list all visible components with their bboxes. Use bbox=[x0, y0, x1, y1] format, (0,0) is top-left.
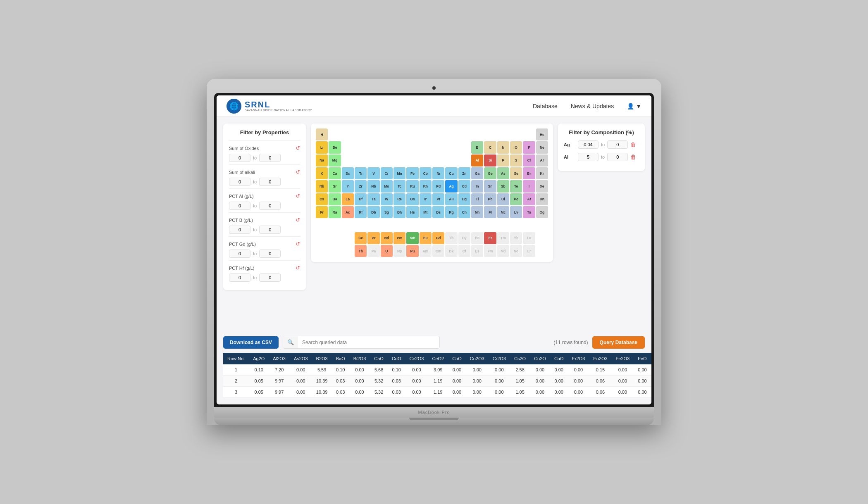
element-Yb[interactable]: Yb bbox=[510, 232, 522, 244]
element-Th[interactable]: Th bbox=[355, 245, 367, 257]
element-Zr[interactable]: Zr bbox=[355, 180, 367, 192]
element-No[interactable]: No bbox=[510, 245, 522, 257]
element-Fl[interactable]: Fl bbox=[484, 206, 496, 218]
element-Rg[interactable]: Rg bbox=[445, 206, 457, 218]
filter-reset-2[interactable]: ↺ bbox=[296, 193, 300, 199]
filter-from-5[interactable] bbox=[229, 273, 250, 282]
element-Rf[interactable]: Rf bbox=[355, 206, 367, 218]
element-V[interactable]: V bbox=[367, 167, 379, 179]
comp-from-0[interactable] bbox=[578, 140, 599, 149]
element-Mg[interactable]: Mg bbox=[329, 155, 341, 166]
element-Rb[interactable]: Rb bbox=[316, 180, 328, 192]
element-Br[interactable]: Br bbox=[523, 167, 535, 179]
element-Lv[interactable]: Lv bbox=[510, 206, 522, 218]
element-Ta[interactable]: Ta bbox=[367, 193, 379, 205]
filter-from-1[interactable] bbox=[229, 178, 250, 186]
element-Pa[interactable]: Pa bbox=[367, 245, 379, 257]
element-Be[interactable]: Be bbox=[329, 141, 341, 153]
element-Se[interactable]: Se bbox=[510, 167, 522, 179]
element-Co[interactable]: Co bbox=[420, 167, 432, 179]
filter-reset-3[interactable]: ↺ bbox=[296, 217, 300, 223]
search-icon-button[interactable]: 🔍 bbox=[283, 336, 298, 348]
element-Ts[interactable]: Ts bbox=[523, 206, 535, 218]
element-Ce[interactable]: Ce bbox=[355, 232, 367, 244]
element-Pr[interactable]: Pr bbox=[367, 232, 379, 244]
element-Rh[interactable]: Rh bbox=[420, 180, 432, 192]
filter-to-4[interactable] bbox=[259, 250, 281, 258]
element-Sb[interactable]: Sb bbox=[497, 180, 509, 192]
element-He[interactable]: He bbox=[536, 128, 548, 140]
element-At[interactable]: At bbox=[523, 193, 535, 205]
filter-from-2[interactable] bbox=[229, 202, 250, 210]
element-Ac[interactable]: Ac bbox=[342, 206, 354, 218]
element-Pd[interactable]: Pd bbox=[432, 180, 444, 192]
element-N[interactable]: N bbox=[497, 141, 509, 153]
element-Nb[interactable]: Nb bbox=[367, 180, 379, 192]
element-Nh[interactable]: Nh bbox=[471, 206, 483, 218]
element-Sr[interactable]: Sr bbox=[329, 180, 341, 192]
query-database-button[interactable]: Query Database bbox=[592, 336, 645, 349]
element-As[interactable]: As bbox=[497, 167, 509, 179]
nav-news[interactable]: News & Updates bbox=[571, 103, 614, 109]
element-Lu[interactable]: Lu bbox=[523, 232, 535, 244]
element-Cr[interactable]: Cr bbox=[381, 167, 393, 179]
element-Hf[interactable]: Hf bbox=[355, 193, 367, 205]
element-Cd[interactable]: Cd bbox=[458, 180, 470, 192]
element-K[interactable]: K bbox=[316, 167, 328, 179]
element-Tm[interactable]: Tm bbox=[497, 232, 509, 244]
element-F[interactable]: F bbox=[523, 141, 535, 153]
element-Mn[interactable]: Mn bbox=[393, 167, 405, 179]
element-Fe[interactable]: Fe bbox=[406, 167, 418, 179]
element-Gd[interactable]: Gd bbox=[432, 232, 444, 244]
element-Ba[interactable]: Ba bbox=[329, 193, 341, 205]
element-Pu[interactable]: Pu bbox=[406, 245, 418, 257]
element-Ca[interactable]: Ca bbox=[329, 167, 341, 179]
element-Cs[interactable]: Cs bbox=[316, 193, 328, 205]
comp-to-1[interactable] bbox=[607, 153, 628, 161]
filter-from-3[interactable] bbox=[229, 226, 250, 234]
element-Cm[interactable]: Cm bbox=[432, 245, 444, 257]
filter-reset-5[interactable]: ↺ bbox=[296, 265, 300, 271]
element-Bh[interactable]: Bh bbox=[393, 206, 405, 218]
element-Kr[interactable]: Kr bbox=[536, 167, 548, 179]
comp-delete-1[interactable]: 🗑 bbox=[630, 154, 636, 160]
element-Hs[interactable]: Hs bbox=[406, 206, 418, 218]
element-Cu[interactable]: Cu bbox=[445, 167, 457, 179]
element-Ru[interactable]: Ru bbox=[406, 180, 418, 192]
element-Ra[interactable]: Ra bbox=[329, 206, 341, 218]
element-Os[interactable]: Os bbox=[406, 193, 418, 205]
element-O[interactable]: O bbox=[510, 141, 522, 153]
element-Ir[interactable]: Ir bbox=[420, 193, 432, 205]
element-U[interactable]: U bbox=[381, 245, 393, 257]
element-Tl[interactable]: Tl bbox=[471, 193, 483, 205]
download-csv-button[interactable]: Download as CSV bbox=[223, 336, 279, 349]
element-Rn[interactable]: Rn bbox=[536, 193, 548, 205]
element-Ti[interactable]: Ti bbox=[355, 167, 367, 179]
element-Zn[interactable]: Zn bbox=[458, 167, 470, 179]
element-Cn[interactable]: Cn bbox=[458, 206, 470, 218]
element-S[interactable]: S bbox=[510, 155, 522, 166]
element-Es[interactable]: Es bbox=[471, 245, 483, 257]
element-Tb[interactable]: Tb bbox=[445, 232, 457, 244]
element-H[interactable]: H bbox=[316, 128, 328, 140]
filter-to-3[interactable] bbox=[259, 226, 281, 234]
element-Og[interactable]: Og bbox=[536, 206, 548, 218]
comp-to-0[interactable] bbox=[607, 140, 628, 149]
element-Re[interactable]: Re bbox=[393, 193, 405, 205]
element-Pm[interactable]: Pm bbox=[393, 232, 405, 244]
filter-reset-0[interactable]: ↺ bbox=[296, 145, 300, 151]
element-Ga[interactable]: Ga bbox=[471, 167, 483, 179]
element-Sc[interactable]: Sc bbox=[342, 167, 354, 179]
comp-from-1[interactable] bbox=[578, 153, 599, 161]
element-Ho[interactable]: Ho bbox=[471, 232, 483, 244]
filter-reset-4[interactable]: ↺ bbox=[296, 241, 300, 247]
element-Sm[interactable]: Sm bbox=[406, 232, 418, 244]
element-Mc[interactable]: Mc bbox=[497, 206, 509, 218]
element-Er[interactable]: Er bbox=[484, 232, 496, 244]
element-Ge[interactable]: Ge bbox=[484, 167, 496, 179]
element-P[interactable]: P bbox=[497, 155, 509, 166]
search-input[interactable] bbox=[298, 337, 439, 348]
filter-from-4[interactable] bbox=[229, 250, 250, 258]
element-Tc[interactable]: Tc bbox=[393, 180, 405, 192]
element-Sg[interactable]: Sg bbox=[381, 206, 393, 218]
